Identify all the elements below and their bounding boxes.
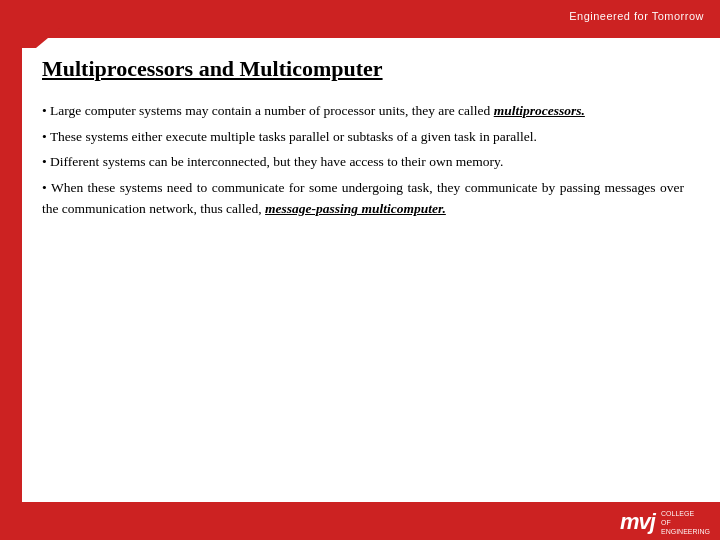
bullet-1-prefix: •: [42, 103, 47, 118]
bullet-2: • These systems either execute multiple …: [42, 126, 684, 148]
bullet-4: • When these systems need to communicate…: [42, 177, 684, 220]
slide-content: Multiprocessors and Multicomputer • Larg…: [22, 38, 712, 502]
bullet-4-bold: message-passing multicomputer.: [265, 201, 446, 216]
bullet-1-bold: multiprocessors.: [494, 103, 585, 118]
bullet-1: • Large computer systems may contain a n…: [42, 100, 684, 122]
bottom-bar: [0, 502, 720, 540]
bullet-3: • Different systems can be interconnecte…: [42, 151, 684, 173]
bullet-3-prefix: •: [42, 154, 47, 169]
mvj-logo-text: mvj: [620, 509, 655, 535]
bullet-1-text-before: Large computer systems may contain a num…: [50, 103, 494, 118]
logo-area: mvj COLLEGEOFENGINEERING: [620, 509, 710, 536]
bullet-points: • Large computer systems may contain a n…: [42, 100, 684, 220]
bullet-2-prefix: •: [42, 129, 47, 144]
left-stripe: [0, 38, 22, 540]
slide-title: Multiprocessors and Multicomputer: [42, 56, 684, 82]
tagline: Engineered for Tomorrow: [569, 10, 704, 22]
college-text: COLLEGEOFENGINEERING: [661, 509, 710, 536]
top-bar: Engineered for Tomorrow: [0, 0, 720, 38]
bullet-4-prefix: •: [42, 180, 47, 195]
bullet-2-text: These systems either execute multiple ta…: [50, 129, 537, 144]
bullet-3-text: Different systems can be interconnected,…: [50, 154, 503, 169]
